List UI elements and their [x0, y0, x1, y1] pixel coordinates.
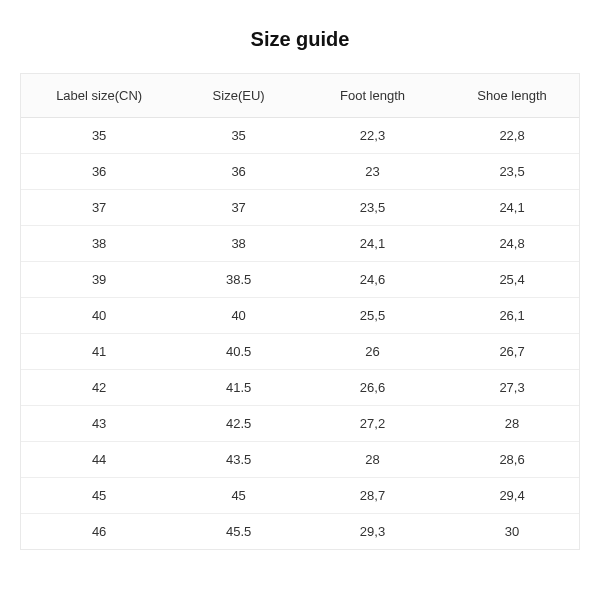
cell-label-size-cn: 36	[21, 154, 177, 190]
table-row: 43 42.5 27,2 28	[21, 406, 579, 442]
col-header-shoe-length: Shoe length	[445, 74, 579, 118]
cell-foot-length: 24,6	[300, 262, 445, 298]
cell-size-eu: 38	[177, 226, 300, 262]
cell-size-eu: 41.5	[177, 370, 300, 406]
cell-label-size-cn: 45	[21, 478, 177, 514]
cell-size-eu: 35	[177, 118, 300, 154]
page: Size guide Label size(CN) Size(EU) Foot …	[0, 0, 600, 600]
cell-shoe-length: 22,8	[445, 118, 579, 154]
cell-shoe-length: 24,1	[445, 190, 579, 226]
cell-foot-length: 24,1	[300, 226, 445, 262]
table-header-row: Label size(CN) Size(EU) Foot length Shoe…	[21, 74, 579, 118]
cell-foot-length: 23,5	[300, 190, 445, 226]
cell-foot-length: 23	[300, 154, 445, 190]
cell-label-size-cn: 46	[21, 514, 177, 550]
cell-foot-length: 28	[300, 442, 445, 478]
cell-shoe-length: 24,8	[445, 226, 579, 262]
cell-shoe-length: 26,7	[445, 334, 579, 370]
table-row: 36 36 23 23,5	[21, 154, 579, 190]
cell-size-eu: 38.5	[177, 262, 300, 298]
page-title: Size guide	[251, 28, 350, 51]
cell-foot-length: 29,3	[300, 514, 445, 550]
table-row: 45 45 28,7 29,4	[21, 478, 579, 514]
cell-shoe-length: 25,4	[445, 262, 579, 298]
cell-shoe-length: 27,3	[445, 370, 579, 406]
cell-size-eu: 45.5	[177, 514, 300, 550]
cell-foot-length: 25,5	[300, 298, 445, 334]
cell-shoe-length: 30	[445, 514, 579, 550]
cell-foot-length: 26	[300, 334, 445, 370]
cell-shoe-length: 23,5	[445, 154, 579, 190]
col-header-foot-length: Foot length	[300, 74, 445, 118]
size-table-container: Label size(CN) Size(EU) Foot length Shoe…	[20, 73, 580, 550]
cell-size-eu: 40.5	[177, 334, 300, 370]
cell-size-eu: 42.5	[177, 406, 300, 442]
cell-foot-length: 28,7	[300, 478, 445, 514]
size-table: Label size(CN) Size(EU) Foot length Shoe…	[21, 74, 579, 549]
table-row: 39 38.5 24,6 25,4	[21, 262, 579, 298]
cell-label-size-cn: 40	[21, 298, 177, 334]
cell-label-size-cn: 39	[21, 262, 177, 298]
cell-label-size-cn: 44	[21, 442, 177, 478]
table-row: 40 40 25,5 26,1	[21, 298, 579, 334]
cell-label-size-cn: 35	[21, 118, 177, 154]
cell-shoe-length: 26,1	[445, 298, 579, 334]
table-row: 44 43.5 28 28,6	[21, 442, 579, 478]
cell-label-size-cn: 42	[21, 370, 177, 406]
cell-size-eu: 45	[177, 478, 300, 514]
cell-shoe-length: 28,6	[445, 442, 579, 478]
col-header-size-eu: Size(EU)	[177, 74, 300, 118]
cell-foot-length: 26,6	[300, 370, 445, 406]
cell-size-eu: 40	[177, 298, 300, 334]
cell-label-size-cn: 41	[21, 334, 177, 370]
table-row: 41 40.5 26 26,7	[21, 334, 579, 370]
cell-foot-length: 27,2	[300, 406, 445, 442]
cell-size-eu: 43.5	[177, 442, 300, 478]
table-row: 46 45.5 29,3 30	[21, 514, 579, 550]
table-row: 42 41.5 26,6 27,3	[21, 370, 579, 406]
table-row: 38 38 24,1 24,8	[21, 226, 579, 262]
cell-size-eu: 37	[177, 190, 300, 226]
cell-shoe-length: 28	[445, 406, 579, 442]
cell-size-eu: 36	[177, 154, 300, 190]
cell-label-size-cn: 38	[21, 226, 177, 262]
cell-foot-length: 22,3	[300, 118, 445, 154]
cell-label-size-cn: 43	[21, 406, 177, 442]
col-header-label-size-cn: Label size(CN)	[21, 74, 177, 118]
cell-shoe-length: 29,4	[445, 478, 579, 514]
table-row: 37 37 23,5 24,1	[21, 190, 579, 226]
cell-label-size-cn: 37	[21, 190, 177, 226]
table-row: 35 35 22,3 22,8	[21, 118, 579, 154]
